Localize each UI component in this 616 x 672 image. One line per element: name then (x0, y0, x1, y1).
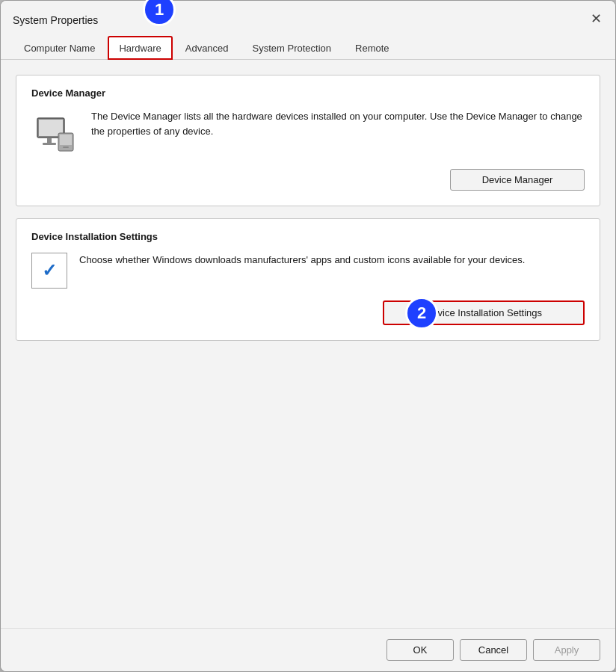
cancel-button[interactable]: Cancel (460, 639, 527, 661)
main-content: Device Manager (1, 60, 615, 628)
tab-system-protection[interactable]: System Protection (241, 36, 343, 60)
device-installation-btn-row: 2 Device Installation Settings (31, 300, 585, 325)
device-manager-icon (31, 109, 79, 157)
svg-rect-3 (43, 143, 56, 145)
close-button[interactable]: ✕ (585, 8, 606, 29)
device-manager-btn-row: Device Manager (31, 169, 585, 191)
tab-computer-name[interactable]: Computer Name (13, 36, 106, 60)
svg-rect-5 (60, 135, 72, 145)
footer: OK Cancel Apply (1, 628, 615, 671)
device-manager-body: The Device Manager lists all the hardwar… (31, 109, 585, 157)
ok-button[interactable]: OK (386, 639, 454, 661)
device-installation-section: Device Installation Settings ✓ Choose wh… (16, 218, 600, 341)
badge-2: 2 (405, 297, 438, 330)
computer-icon (34, 112, 76, 154)
device-installation-title: Device Installation Settings (31, 231, 585, 242)
checkmark-icon: ✓ (31, 253, 67, 289)
title-bar: System Properties 1 ✕ (1, 1, 615, 34)
tab-remote[interactable]: Remote (344, 36, 401, 60)
svg-rect-2 (47, 138, 52, 143)
svg-rect-6 (63, 147, 69, 148)
badge-button-container: 2 Device Installation Settings (383, 300, 585, 325)
device-manager-section: Device Manager (16, 75, 600, 206)
tab-bar: Computer Name Hardware Advanced System P… (1, 35, 615, 60)
badge-1: 1 (143, 0, 176, 26)
window-title: System Properties (13, 14, 98, 26)
apply-button[interactable]: Apply (533, 639, 600, 661)
tab-advanced[interactable]: Advanced (174, 36, 240, 60)
device-installation-description: Choose whether Windows downloads manufac… (79, 253, 585, 268)
tab-hardware[interactable]: Hardware (108, 36, 172, 60)
content-spacer (16, 353, 600, 540)
device-manager-title: Device Manager (31, 87, 585, 99)
device-installation-body: ✓ Choose whether Windows downloads manuf… (31, 253, 585, 289)
system-properties-window: System Properties 1 ✕ Computer Name Hard… (0, 0, 616, 672)
device-manager-button[interactable]: Device Manager (450, 169, 585, 191)
device-manager-description: The Device Manager lists all the hardwar… (91, 109, 585, 138)
